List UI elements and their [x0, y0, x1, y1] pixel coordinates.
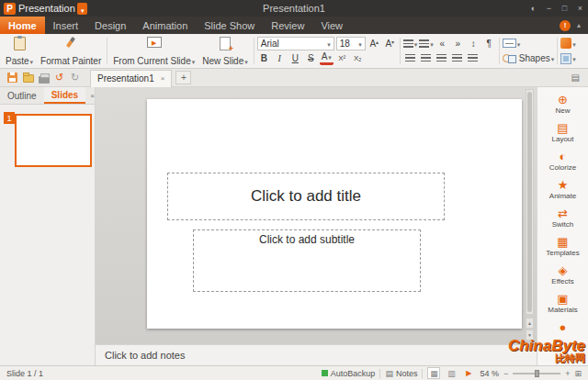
- strikethrough-button[interactable]: S: [304, 51, 318, 65]
- bold-button[interactable]: B: [257, 51, 271, 65]
- italic-button[interactable]: I: [273, 51, 287, 65]
- slide-thumbnail[interactable]: [15, 114, 92, 167]
- tab-animation[interactable]: Animation: [134, 17, 196, 34]
- shapes-group: Shapes: [502, 35, 555, 67]
- slide-sorter-view-button[interactable]: ▥: [445, 367, 458, 379]
- skin-icon[interactable]: ◐: [526, 0, 541, 17]
- slides-panel: Outline Slides × 1: [0, 87, 96, 365]
- scrollbar-thumb[interactable]: [527, 92, 532, 312]
- maximize-button[interactable]: □: [557, 0, 572, 17]
- fill-color-button[interactable]: [560, 37, 576, 50]
- notes-area[interactable]: Click to add notes: [96, 344, 537, 365]
- distribute-button[interactable]: [466, 51, 480, 65]
- font-color-button[interactable]: A: [320, 52, 334, 65]
- sidebar-item-label: Materials: [548, 306, 577, 314]
- undo-button[interactable]: ↺: [51, 71, 67, 85]
- chevron-down-icon: [80, 0, 85, 17]
- partial-icon: ●: [560, 320, 567, 334]
- vertical-scrollbar[interactable]: [526, 89, 534, 315]
- subscript-button[interactable]: X₂: [351, 51, 365, 65]
- slideshow-button[interactable]: ▶: [462, 367, 475, 379]
- app-menu-dropdown[interactable]: [77, 3, 87, 15]
- sidebar-item-layout[interactable]: ▤ Layout: [537, 118, 588, 147]
- tab-review[interactable]: Review: [263, 17, 312, 34]
- bullets-button[interactable]: [403, 37, 418, 50]
- tab-slides[interactable]: Slides: [44, 87, 85, 104]
- close-button[interactable]: ×: [572, 0, 588, 17]
- subtitle-placeholder[interactable]: Click to add subtitle: [193, 229, 421, 292]
- sidebar-item-label: Switch: [552, 220, 574, 229]
- align-right-button[interactable]: [435, 51, 448, 65]
- sidebar-item-templates[interactable]: ▦ Templates: [537, 232, 588, 261]
- align-left-button[interactable]: [403, 51, 417, 65]
- zoom-slider-thumb[interactable]: [535, 370, 539, 377]
- window-title: Presentation1: [0, 3, 588, 14]
- app-logo[interactable]: P: [4, 3, 16, 15]
- title-placeholder[interactable]: Click to add title: [167, 173, 445, 220]
- font-size-select[interactable]: 18: [336, 37, 366, 50]
- normal-view-button[interactable]: ▦: [427, 367, 440, 379]
- zoom-out-button[interactable]: −: [503, 369, 508, 378]
- superscript-button[interactable]: X²: [335, 51, 349, 65]
- numbering-button[interactable]: [419, 37, 434, 50]
- tab-slide-show[interactable]: Slide Show: [196, 17, 263, 34]
- paste-icon: [14, 37, 26, 50]
- from-current-slide-button[interactable]: ▶ From Current Slide: [109, 35, 198, 67]
- collapse-ribbon-icon[interactable]: ▴: [577, 21, 581, 29]
- sidebar-item-colorize[interactable]: ◐ Colorize: [537, 147, 588, 175]
- document-tab[interactable]: Presentation1 ×: [90, 70, 172, 87]
- previous-slide-button[interactable]: ▲: [526, 318, 534, 329]
- panel-toggle-icon[interactable]: ▤: [571, 73, 583, 83]
- justify-button[interactable]: [450, 51, 464, 65]
- increase-indent-button[interactable]: »: [451, 37, 465, 50]
- decrease-indent-button[interactable]: «: [435, 37, 449, 50]
- tab-insert[interactable]: Insert: [45, 17, 87, 34]
- new-slide-icon: [220, 37, 231, 50]
- zoom-slider[interactable]: [513, 373, 560, 374]
- save-button[interactable]: [5, 71, 20, 85]
- sidebar-item-effects[interactable]: ◈ Effects: [537, 261, 588, 289]
- zoom-in-button[interactable]: +: [565, 369, 570, 378]
- underline-button[interactable]: U: [288, 51, 302, 65]
- layout-icon: ▤: [557, 121, 568, 135]
- zoom-value[interactable]: 54 %: [480, 369, 499, 378]
- slide-thumbnail-item[interactable]: 1: [4, 113, 91, 170]
- next-slide-button[interactable]: ▼: [526, 330, 534, 341]
- text-direction-button[interactable]: ¶: [482, 37, 496, 50]
- paste-button[interactable]: Paste: [2, 35, 37, 67]
- sidebar-item-animate[interactable]: ★ Animate: [537, 175, 588, 204]
- tab-view[interactable]: View: [312, 17, 351, 34]
- sidebar-item-materials[interactable]: ▣ Materials: [537, 289, 588, 318]
- align-center-button[interactable]: [419, 51, 433, 65]
- sidebar-item-switch[interactable]: ⇄ Switch: [537, 204, 588, 232]
- minimize-button[interactable]: −: [541, 0, 557, 17]
- notes-toggle[interactable]: ▤ Notes: [385, 369, 417, 378]
- text-box-button[interactable]: [503, 37, 521, 50]
- format-painter-button[interactable]: Format Painter: [37, 35, 105, 67]
- line-spacing-button[interactable]: ↕: [467, 37, 481, 50]
- new-slide-button[interactable]: New Slide: [198, 35, 252, 67]
- chevron-down-icon: [413, 39, 418, 49]
- chevron-down-icon: [571, 39, 576, 49]
- open-button[interactable]: [20, 71, 36, 85]
- arrange-button[interactable]: [560, 51, 576, 65]
- shapes-button[interactable]: Shapes: [503, 51, 554, 65]
- sidebar-item-label: New: [555, 106, 570, 115]
- font-family-select[interactable]: Arial: [257, 37, 334, 50]
- decrease-font-button[interactable]: A: [383, 37, 397, 50]
- tab-outline[interactable]: Outline: [0, 87, 44, 104]
- sidebar-item-partial[interactable]: ●: [537, 318, 588, 338]
- fit-to-window-icon[interactable]: ⊞: [574, 369, 582, 378]
- sidebar-item-new[interactable]: ⊕ New: [537, 90, 588, 118]
- close-icon[interactable]: ×: [161, 74, 165, 83]
- print-icon: [39, 76, 50, 84]
- print-button[interactable]: [36, 71, 51, 85]
- tab-design[interactable]: Design: [86, 17, 134, 34]
- increase-font-button[interactable]: A: [368, 37, 381, 50]
- promotion-icon[interactable]: !: [560, 20, 571, 31]
- autobackup-status[interactable]: AutoBackup: [322, 369, 376, 378]
- new-tab-button[interactable]: +: [175, 71, 191, 84]
- tab-home[interactable]: Home: [0, 17, 45, 34]
- chevron-down-icon: [191, 56, 196, 66]
- redo-button[interactable]: ↻: [67, 71, 83, 85]
